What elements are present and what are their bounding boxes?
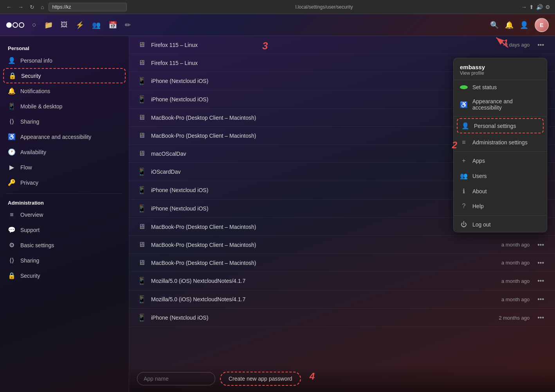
home-button[interactable]: ⌂ — [39, 3, 45, 11]
logo-circle-1 — [6, 22, 12, 28]
session-menu-btn[interactable]: ••• — [534, 296, 547, 303]
dropdown-help[interactable]: ? Help — [454, 199, 547, 214]
sidebar-item-security[interactable]: 🔒 Security — [3, 68, 126, 83]
session-menu-btn[interactable]: ••• — [534, 41, 547, 49]
main-content: Personal 👤 Personal info 🔒 Security 🔔 No… — [0, 36, 555, 392]
sidebar-mobile-desktop-label: Mobile & desktop — [20, 103, 62, 110]
session-menu-btn[interactable]: ••• — [534, 314, 547, 321]
mobile-icon: 📱 — [137, 204, 146, 213]
contacts-button[interactable]: 👤 — [520, 21, 528, 29]
logo-circle-3 — [19, 22, 24, 28]
help-icon: ? — [460, 203, 468, 210]
desktop-icon: 🖥 — [137, 41, 146, 49]
sidebar-item-sharing[interactable]: ⟨⟩ Sharing — [0, 114, 129, 129]
sidebar-support-label: Support — [20, 227, 40, 233]
device-name: Mozilla/5.0 (iOS) NextcloudNotes/4.1.7 — [151, 296, 486, 302]
sidebar-item-privacy[interactable]: 🔑 Privacy — [0, 175, 129, 190]
nav-contacts-icon[interactable]: 👥 — [92, 21, 101, 29]
audio-button[interactable]: 🔊 — [536, 4, 543, 10]
dropdown-logout[interactable]: ⏻ Log out — [454, 217, 547, 232]
dropdown-appearance[interactable]: ♿ Appearance and accessibility — [454, 94, 547, 115]
set-status-label: Set status — [472, 84, 497, 90]
sidebar-availability-label: Availability — [20, 149, 46, 155]
logout-icon: ⏻ — [460, 221, 468, 228]
sidebar-sharing-admin-label: Sharing — [20, 257, 39, 264]
nav-files-icon[interactable]: 📁 — [44, 21, 53, 29]
forward-nav-button[interactable]: → — [521, 4, 527, 10]
sidebar-notifications-label: Notifications — [20, 88, 50, 94]
administration-label: Administration settings — [472, 139, 528, 146]
table-row: 🖥 Firefox 115 – Linux 7 days ago ••• — [129, 36, 555, 54]
user-avatar[interactable]: E — [535, 18, 549, 32]
mobile-icon: 📱 — [137, 277, 146, 285]
security-icon: 🔒 — [9, 72, 16, 79]
security-admin-icon: 🔒 — [8, 272, 16, 279]
dropdown-apps[interactable]: + Apps — [454, 153, 547, 168]
share-button[interactable]: ⬆ — [529, 4, 534, 10]
sidebar-item-mobile-desktop[interactable]: 📱 Mobile & desktop — [0, 99, 129, 114]
sidebar-admin-section: Administration — [0, 197, 129, 207]
back-button[interactable]: ← — [5, 3, 13, 11]
device-name: MacBook-Pro (Desktop Client – Macintosh) — [151, 260, 486, 266]
desktop-icon: 🖥 — [137, 59, 146, 67]
nav-activity-icon[interactable]: ⚡ — [76, 21, 84, 29]
appearance-label: Appearance and accessibility — [472, 98, 541, 111]
user-dropdown-menu: embassy View profile Set status ♿ Appear… — [453, 58, 547, 232]
sidebar-item-security-admin[interactable]: 🔒 Security — [0, 268, 129, 283]
mobile-icon: 📱 — [137, 77, 146, 85]
status-indicator — [460, 85, 468, 89]
dropdown-set-status[interactable]: Set status — [454, 80, 547, 94]
sidebar-item-notifications[interactable]: 🔔 Notifications — [0, 83, 129, 99]
browser-settings-button[interactable]: ⚙ — [545, 4, 550, 10]
session-menu-btn[interactable]: ••• — [534, 241, 547, 248]
overview-icon: ≡ — [8, 211, 16, 218]
dropdown-personal-settings[interactable]: 👤 Personal settings — [457, 118, 544, 133]
sidebar-item-support[interactable]: 💬 Support — [0, 222, 129, 237]
sidebar-item-availability[interactable]: 🕐 Availability — [0, 144, 129, 160]
notifications-button[interactable]: 🔔 — [505, 21, 514, 29]
dropdown-header: embassy View profile — [454, 58, 547, 80]
nav-dashboard-icon[interactable]: ○ — [32, 21, 36, 29]
device-name: iPhone (Nextcloud iOS) — [151, 187, 486, 193]
basic-settings-icon: ⚙ — [8, 241, 16, 249]
users-icon: 👥 — [460, 172, 468, 180]
device-name: MacBook-Pro (Desktop Client – Macintosh) — [151, 115, 486, 121]
dropdown-divider-1 — [454, 116, 547, 117]
device-name: iPhone (Nextcloud iOS) — [151, 205, 486, 212]
browser-chrome: ← → ↻ ⌂ l.local/settings/user/security →… — [0, 0, 555, 14]
sidebar: Personal 👤 Personal info 🔒 Security 🔔 No… — [0, 36, 129, 392]
dropdown-about[interactable]: ℹ About — [454, 183, 547, 199]
sidebar-item-flow[interactable]: ▶ Flow — [0, 160, 129, 175]
nav-calendar-icon[interactable]: 📅 — [108, 21, 117, 29]
session-menu-btn[interactable]: ••• — [534, 277, 547, 284]
sidebar-item-sharing-admin[interactable]: ⟨⟩ Sharing — [0, 253, 129, 268]
dropdown-administration[interactable]: ≡ Administration settings — [454, 135, 547, 150]
sidebar-item-personal-info[interactable]: 👤 Personal info — [0, 53, 129, 68]
forward-button[interactable]: → — [16, 3, 25, 11]
browser-url-bar[interactable] — [49, 3, 127, 11]
logo-circles — [6, 22, 24, 28]
dropdown-divider-2 — [454, 151, 547, 152]
reload-button[interactable]: ↻ — [28, 3, 36, 11]
mobile-icon: 📱 — [137, 295, 146, 304]
device-time: 7 days ago — [490, 42, 530, 48]
search-button[interactable]: 🔍 — [490, 21, 499, 29]
mobile-icon: 📱 — [137, 313, 146, 322]
session-menu-btn[interactable]: ••• — [534, 259, 547, 266]
desktop-icon: 🖥 — [137, 241, 146, 249]
sidebar-item-basic-settings[interactable]: ⚙ Basic settings — [0, 237, 129, 253]
sidebar-item-appearance[interactable]: ♿ Appearance and accessibility — [0, 129, 129, 144]
sidebar-personal-section: Personal — [0, 42, 129, 53]
view-profile-link[interactable]: View profile — [460, 70, 541, 76]
sidebar-item-overview[interactable]: ≡ Overview — [0, 207, 129, 222]
dropdown-users[interactable]: 👥 Users — [454, 168, 547, 183]
app-name-input[interactable] — [137, 372, 215, 385]
nav-photos-icon[interactable]: 🖼 — [61, 21, 68, 29]
nextcloud-logo[interactable] — [6, 22, 24, 28]
logout-label: Log out — [472, 221, 491, 228]
nav-notes-icon[interactable]: ✏ — [125, 21, 131, 29]
table-row: 📱 Mozilla/5.0 (iOS) NextcloudNotes/4.1.7… — [129, 272, 555, 290]
logo-circle-2 — [13, 22, 18, 28]
dropdown-username: embassy — [460, 64, 541, 70]
create-app-password-button[interactable]: Create new app password — [220, 372, 301, 386]
